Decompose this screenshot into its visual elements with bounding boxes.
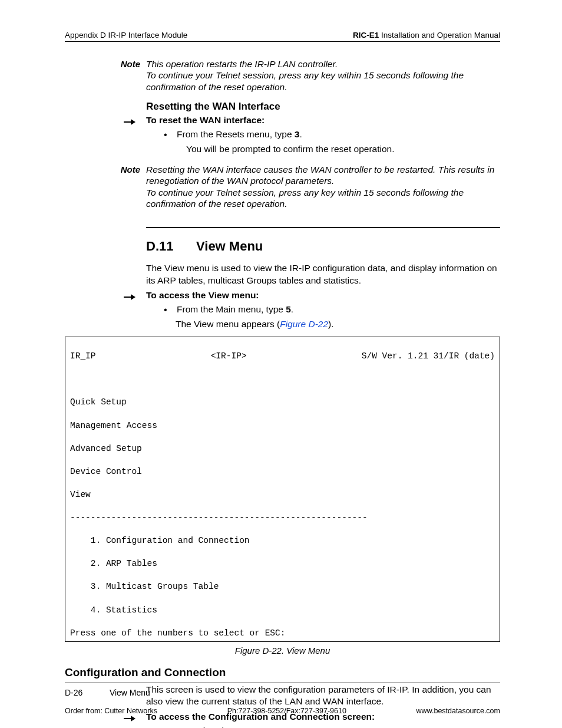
bullet-list: From the View menu, type 1.: [164, 725, 500, 729]
bullet-pre: From the Main menu, type: [177, 304, 286, 314]
bullet-item: From the Main menu, type 5.: [164, 304, 500, 316]
bullet-bold: 1: [286, 726, 291, 729]
footer-rule: [65, 683, 500, 683]
terminal-line: Advanced Setup: [70, 443, 495, 455]
terminal-item: 2. ARP Tables: [70, 558, 495, 570]
note-label: Note: [65, 164, 146, 174]
terminal-right: S/W Ver. 1.21 31/IR (date): [362, 351, 495, 363]
terminal-dashes: ----------------------------------------…: [70, 512, 495, 524]
procedure-text: To reset the WAN interface:: [146, 115, 265, 126]
bullet-post: .: [291, 304, 293, 314]
procedure-view-menu: To access the View menu:: [124, 290, 500, 301]
terminal-line: View: [70, 489, 495, 501]
sub-text: The View menu appears (Figure D-22).: [176, 318, 500, 331]
figure-link[interactable]: Figure D-22: [280, 319, 328, 329]
section-heading: D.11View Menu: [146, 239, 500, 254]
page-header: Appendix D IR-IP Interface Module RIC-E1…: [65, 31, 500, 42]
footer-secondary: Order from: Cutter Networks Ph:727-398-5…: [65, 707, 500, 715]
heading-config: Configuration and Connection: [65, 666, 500, 679]
bullet-item: From the View menu, type 1.: [164, 725, 500, 729]
terminal-line: Quick Setup: [70, 397, 495, 409]
terminal-blank: [70, 374, 495, 386]
terminal-left: IR_IP: [70, 351, 96, 363]
bullet-pre: From the View menu, type: [177, 726, 286, 729]
bullet-list: From the Main menu, type 5.: [164, 304, 500, 316]
note-2: Note Resetting the WAN interface causes …: [65, 164, 500, 210]
header-right-bold: RIC-E1: [353, 31, 379, 39]
note-body: Resetting the WAN interface causes the W…: [146, 164, 500, 210]
header-right-rest: Installation and Operation Manual: [379, 31, 500, 39]
procedure-text: To access the View menu:: [146, 290, 259, 301]
section-title: View Menu: [196, 239, 263, 253]
terminal-prompt: Press one of the numbers to select or ES…: [70, 628, 495, 640]
page-number: D-26: [65, 688, 107, 697]
footer-primary: D-26 View Menu: [65, 688, 500, 697]
terminal-item: 3. Multicast Groups Table: [70, 581, 495, 593]
terminal-item: 4. Statistics: [70, 605, 495, 617]
terminal-line: Device Control: [70, 466, 495, 478]
figure-caption: Figure D-22. View Menu: [65, 645, 500, 655]
section-rule: [146, 227, 500, 228]
footer-order: Order from: Cutter Networks: [65, 707, 157, 715]
section-intro: The View menu is used to view the IR-IP …: [146, 262, 500, 286]
bullet-list: From the Resets menu, type 3.: [164, 129, 500, 141]
heading-reset-wan: Resetting the WAN Interface: [146, 101, 500, 113]
bullet-post: .: [299, 129, 302, 139]
note-label: Note: [65, 58, 146, 69]
terminal-center: <IR-IP>: [211, 351, 247, 363]
procedure-arrow-icon: [124, 115, 146, 126]
terminal-line: Management Access: [70, 420, 495, 432]
footer-url: www.bestdatasource.com: [416, 707, 500, 715]
bullet-bold: 5: [286, 304, 291, 314]
sub-pre: The View menu appears (: [176, 319, 280, 329]
sub-text: You will be prompted to confirm the rese…: [186, 143, 500, 156]
footer-section: View Menu: [110, 688, 150, 697]
bullet-item: From the Resets menu, type 3.: [164, 129, 500, 141]
procedure-arrow-icon: [124, 290, 146, 301]
note-body: This operation restarts the IR-IP LAN co…: [146, 58, 500, 93]
header-left: Appendix D IR-IP Interface Module: [65, 31, 187, 39]
footer-phone: Ph:727-398-5252/Fax:727-397-9610: [227, 707, 346, 715]
section-number: D.11: [146, 239, 196, 254]
header-right: RIC-E1 Installation and Operation Manual: [353, 31, 500, 39]
bullet-pre: From the Resets menu, type: [177, 129, 295, 139]
sub-post: ).: [328, 319, 333, 329]
procedure-reset-wan: To reset the WAN interface:: [124, 115, 500, 126]
terminal-item: 1. Configuration and Connection: [70, 535, 495, 547]
bullet-post: .: [291, 726, 293, 729]
note-1: Note This operation restarts the IR-IP L…: [65, 58, 500, 93]
terminal-screen: IR_IP<IR-IP>S/W Ver. 1.21 31/IR (date) Q…: [65, 337, 500, 643]
